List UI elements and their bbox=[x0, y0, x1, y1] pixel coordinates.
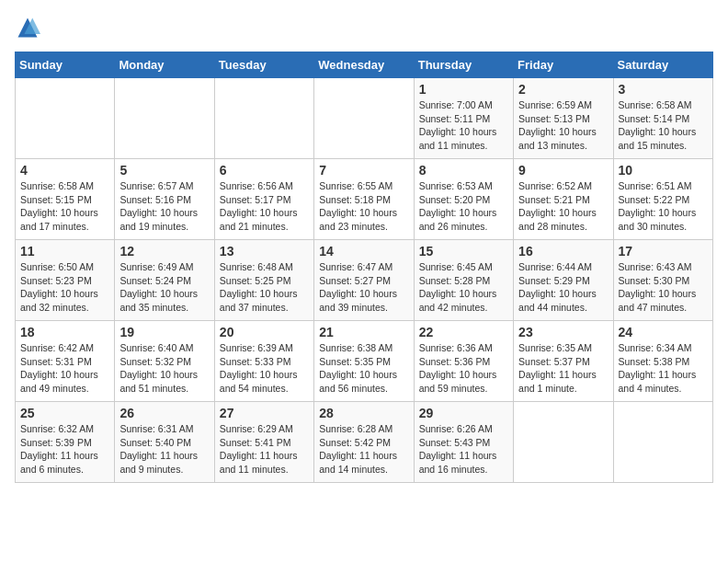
weekday-header: Thursday bbox=[414, 52, 513, 78]
day-info: Sunrise: 6:31 AM Sunset: 5:40 PM Dayligh… bbox=[119, 422, 209, 477]
day-info: Sunrise: 6:55 AM Sunset: 5:18 PM Dayligh… bbox=[319, 179, 408, 234]
calendar-day-cell: 7Sunrise: 6:55 AM Sunset: 5:18 PM Daylig… bbox=[314, 159, 414, 240]
calendar-day-cell: 13Sunrise: 6:48 AM Sunset: 5:25 PM Dayli… bbox=[214, 240, 313, 321]
day-number: 5 bbox=[119, 163, 209, 178]
day-number: 25 bbox=[20, 406, 109, 420]
weekday-header: Saturday bbox=[613, 52, 712, 78]
calendar-day-cell bbox=[16, 78, 115, 159]
weekday-header-row: SundayMondayTuesdayWednesdayThursdayFrid… bbox=[16, 52, 713, 78]
day-number: 10 bbox=[619, 163, 708, 178]
calendar-day-cell: 18Sunrise: 6:42 AM Sunset: 5:31 PM Dayli… bbox=[16, 321, 115, 402]
calendar-day-cell: 25Sunrise: 6:32 AM Sunset: 5:39 PM Dayli… bbox=[16, 402, 115, 483]
calendar-day-cell: 28Sunrise: 6:28 AM Sunset: 5:42 PM Dayli… bbox=[314, 402, 414, 483]
day-info: Sunrise: 6:49 AM Sunset: 5:24 PM Dayligh… bbox=[119, 260, 209, 315]
day-info: Sunrise: 6:28 AM Sunset: 5:42 PM Dayligh… bbox=[319, 422, 408, 477]
day-number: 11 bbox=[20, 244, 109, 259]
day-number: 24 bbox=[619, 325, 708, 339]
day-info: Sunrise: 6:58 AM Sunset: 5:15 PM Dayligh… bbox=[20, 179, 109, 234]
calendar-day-cell: 16Sunrise: 6:44 AM Sunset: 5:29 PM Dayli… bbox=[514, 240, 613, 321]
day-number: 15 bbox=[419, 244, 508, 259]
day-info: Sunrise: 6:32 AM Sunset: 5:39 PM Dayligh… bbox=[20, 422, 109, 477]
day-number: 26 bbox=[119, 406, 209, 420]
weekday-header: Sunday bbox=[16, 52, 115, 78]
calendar-day-cell: 10Sunrise: 6:51 AM Sunset: 5:22 PM Dayli… bbox=[613, 159, 712, 240]
day-number: 9 bbox=[518, 163, 608, 178]
calendar-week-row: 4Sunrise: 6:58 AM Sunset: 5:15 PM Daylig… bbox=[16, 159, 713, 240]
calendar-week-row: 11Sunrise: 6:50 AM Sunset: 5:23 PM Dayli… bbox=[16, 240, 713, 321]
logo-icon bbox=[15, 15, 40, 40]
day-info: Sunrise: 6:51 AM Sunset: 5:22 PM Dayligh… bbox=[619, 179, 708, 234]
calendar-day-cell bbox=[115, 78, 214, 159]
weekday-header: Wednesday bbox=[314, 52, 414, 78]
day-number: 19 bbox=[119, 325, 209, 339]
weekday-header: Friday bbox=[514, 52, 613, 78]
calendar-day-cell: 5Sunrise: 6:57 AM Sunset: 5:16 PM Daylig… bbox=[115, 159, 214, 240]
calendar-day-cell: 3Sunrise: 6:58 AM Sunset: 5:14 PM Daylig… bbox=[613, 78, 712, 159]
calendar-day-cell: 27Sunrise: 6:29 AM Sunset: 5:41 PM Dayli… bbox=[214, 402, 313, 483]
day-info: Sunrise: 6:45 AM Sunset: 5:28 PM Dayligh… bbox=[419, 260, 508, 315]
calendar-day-cell: 26Sunrise: 6:31 AM Sunset: 5:40 PM Dayli… bbox=[115, 402, 214, 483]
weekday-header: Tuesday bbox=[214, 52, 313, 78]
day-number: 12 bbox=[119, 244, 209, 259]
calendar-week-row: 1Sunrise: 7:00 AM Sunset: 5:11 PM Daylig… bbox=[16, 78, 713, 159]
calendar-day-cell: 29Sunrise: 6:26 AM Sunset: 5:43 PM Dayli… bbox=[414, 402, 513, 483]
day-info: Sunrise: 6:40 AM Sunset: 5:32 PM Dayligh… bbox=[119, 341, 209, 396]
day-info: Sunrise: 6:34 AM Sunset: 5:38 PM Dayligh… bbox=[619, 341, 708, 396]
day-info: Sunrise: 6:53 AM Sunset: 5:20 PM Dayligh… bbox=[419, 179, 508, 234]
day-number: 29 bbox=[419, 406, 508, 420]
calendar-day-cell: 17Sunrise: 6:43 AM Sunset: 5:30 PM Dayli… bbox=[613, 240, 712, 321]
day-info: Sunrise: 6:42 AM Sunset: 5:31 PM Dayligh… bbox=[20, 341, 109, 396]
day-number: 7 bbox=[319, 163, 408, 178]
calendar-day-cell: 2Sunrise: 6:59 AM Sunset: 5:13 PM Daylig… bbox=[514, 78, 613, 159]
day-info: Sunrise: 6:44 AM Sunset: 5:29 PM Dayligh… bbox=[518, 260, 608, 315]
calendar-day-cell: 24Sunrise: 6:34 AM Sunset: 5:38 PM Dayli… bbox=[613, 321, 712, 402]
day-number: 6 bbox=[220, 163, 309, 178]
day-info: Sunrise: 6:56 AM Sunset: 5:17 PM Dayligh… bbox=[220, 179, 309, 234]
calendar-day-cell: 14Sunrise: 6:47 AM Sunset: 5:27 PM Dayli… bbox=[314, 240, 414, 321]
calendar-day-cell: 1Sunrise: 7:00 AM Sunset: 5:11 PM Daylig… bbox=[414, 78, 513, 159]
calendar-day-cell: 20Sunrise: 6:39 AM Sunset: 5:33 PM Dayli… bbox=[214, 321, 313, 402]
day-number: 16 bbox=[518, 244, 608, 259]
calendar-day-cell bbox=[214, 78, 313, 159]
day-number: 21 bbox=[319, 325, 408, 339]
calendar-day-cell: 9Sunrise: 6:52 AM Sunset: 5:21 PM Daylig… bbox=[514, 159, 613, 240]
page-header bbox=[15, 15, 713, 40]
day-info: Sunrise: 6:48 AM Sunset: 5:25 PM Dayligh… bbox=[220, 260, 309, 315]
calendar-table: SundayMondayTuesdayWednesdayThursdayFrid… bbox=[15, 52, 713, 483]
day-info: Sunrise: 6:47 AM Sunset: 5:27 PM Dayligh… bbox=[319, 260, 408, 315]
calendar-day-cell: 15Sunrise: 6:45 AM Sunset: 5:28 PM Dayli… bbox=[414, 240, 513, 321]
calendar-day-cell bbox=[613, 402, 712, 483]
calendar-day-cell: 11Sunrise: 6:50 AM Sunset: 5:23 PM Dayli… bbox=[16, 240, 115, 321]
calendar-day-cell: 8Sunrise: 6:53 AM Sunset: 5:20 PM Daylig… bbox=[414, 159, 513, 240]
calendar-day-cell: 23Sunrise: 6:35 AM Sunset: 5:37 PM Dayli… bbox=[514, 321, 613, 402]
day-number: 1 bbox=[419, 82, 508, 97]
day-info: Sunrise: 6:59 AM Sunset: 5:13 PM Dayligh… bbox=[518, 98, 608, 153]
calendar-week-row: 18Sunrise: 6:42 AM Sunset: 5:31 PM Dayli… bbox=[16, 321, 713, 402]
day-number: 22 bbox=[419, 325, 508, 339]
day-number: 18 bbox=[20, 325, 109, 339]
day-number: 14 bbox=[319, 244, 408, 259]
day-number: 20 bbox=[220, 325, 309, 339]
day-number: 2 bbox=[518, 82, 608, 97]
day-number: 17 bbox=[619, 244, 708, 259]
calendar-week-row: 25Sunrise: 6:32 AM Sunset: 5:39 PM Dayli… bbox=[16, 402, 713, 483]
calendar-day-cell: 21Sunrise: 6:38 AM Sunset: 5:35 PM Dayli… bbox=[314, 321, 414, 402]
calendar-day-cell bbox=[514, 402, 613, 483]
calendar-day-cell: 19Sunrise: 6:40 AM Sunset: 5:32 PM Dayli… bbox=[115, 321, 214, 402]
calendar-day-cell: 22Sunrise: 6:36 AM Sunset: 5:36 PM Dayli… bbox=[414, 321, 513, 402]
day-info: Sunrise: 6:50 AM Sunset: 5:23 PM Dayligh… bbox=[20, 260, 109, 315]
calendar-day-cell bbox=[314, 78, 414, 159]
day-number: 28 bbox=[319, 406, 408, 420]
day-number: 4 bbox=[20, 163, 109, 178]
day-number: 23 bbox=[518, 325, 608, 339]
day-info: Sunrise: 6:52 AM Sunset: 5:21 PM Dayligh… bbox=[518, 179, 608, 234]
calendar-day-cell: 12Sunrise: 6:49 AM Sunset: 5:24 PM Dayli… bbox=[115, 240, 214, 321]
day-info: Sunrise: 6:57 AM Sunset: 5:16 PM Dayligh… bbox=[119, 179, 209, 234]
day-info: Sunrise: 6:29 AM Sunset: 5:41 PM Dayligh… bbox=[220, 422, 309, 477]
day-info: Sunrise: 6:58 AM Sunset: 5:14 PM Dayligh… bbox=[619, 98, 708, 153]
day-info: Sunrise: 6:38 AM Sunset: 5:35 PM Dayligh… bbox=[319, 341, 408, 396]
day-info: Sunrise: 6:36 AM Sunset: 5:36 PM Dayligh… bbox=[419, 341, 508, 396]
day-info: Sunrise: 6:26 AM Sunset: 5:43 PM Dayligh… bbox=[419, 422, 508, 477]
day-info: Sunrise: 7:00 AM Sunset: 5:11 PM Dayligh… bbox=[419, 98, 508, 153]
day-number: 27 bbox=[220, 406, 309, 420]
